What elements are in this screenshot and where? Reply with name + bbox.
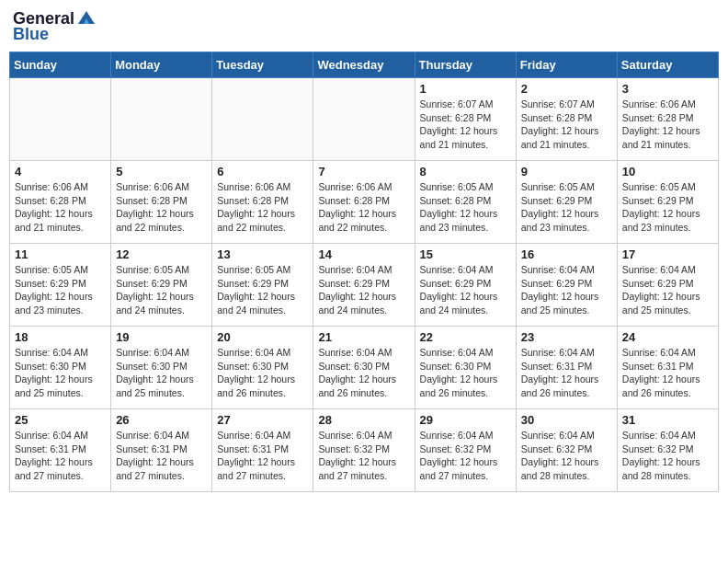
calendar-week-4: 18Sunrise: 6:04 AMSunset: 6:30 PMDayligh… [10,327,719,409]
day-info: Sunrise: 6:04 AMSunset: 6:30 PMDaylight:… [116,346,207,400]
day-number: 18 [15,330,106,344]
calendar-cell: 31Sunrise: 6:04 AMSunset: 6:32 PMDayligh… [617,409,718,492]
day-info: Sunrise: 6:05 AMSunset: 6:29 PMDaylight:… [521,180,612,235]
day-number: 21 [318,330,409,344]
day-info: Sunrise: 6:05 AMSunset: 6:29 PMDaylight:… [15,263,106,317]
calendar-header-row: SundayMondayTuesdayWednesdayThursdayFrid… [10,52,719,78]
day-info: Sunrise: 6:04 AMSunset: 6:30 PMDaylight:… [217,346,308,400]
day-info: Sunrise: 6:07 AMSunset: 6:28 PMDaylight:… [521,98,612,152]
day-info: Sunrise: 6:04 AMSunset: 6:32 PMDaylight:… [318,429,409,483]
day-number: 16 [521,247,612,261]
calendar-cell: 1Sunrise: 6:07 AMSunset: 6:28 PMDaylight… [415,78,516,161]
day-number: 2 [521,82,612,96]
day-info: Sunrise: 6:05 AMSunset: 6:29 PMDaylight:… [116,263,207,317]
day-number: 15 [420,247,511,261]
weekday-header-thursday: Thursday [415,52,516,78]
day-number: 31 [622,413,713,427]
day-info: Sunrise: 6:05 AMSunset: 6:29 PMDaylight:… [622,180,713,235]
calendar-cell: 26Sunrise: 6:04 AMSunset: 6:31 PMDayligh… [111,409,212,492]
calendar-cell: 29Sunrise: 6:04 AMSunset: 6:32 PMDayligh… [415,409,516,492]
logo-icon [76,9,97,28]
day-info: Sunrise: 6:04 AMSunset: 6:31 PMDaylight:… [217,429,308,483]
calendar-week-5: 25Sunrise: 6:04 AMSunset: 6:31 PMDayligh… [10,409,719,492]
calendar-cell: 12Sunrise: 6:05 AMSunset: 6:29 PMDayligh… [111,244,212,327]
day-number: 20 [217,330,308,344]
calendar-cell: 27Sunrise: 6:04 AMSunset: 6:31 PMDayligh… [212,409,313,492]
day-number: 26 [116,413,207,427]
day-number: 10 [622,165,713,178]
day-number: 17 [622,247,713,261]
day-info: Sunrise: 6:07 AMSunset: 6:28 PMDaylight:… [420,98,511,152]
calendar-cell: 6Sunrise: 6:06 AMSunset: 6:28 PMDaylight… [212,161,313,244]
day-info: Sunrise: 6:06 AMSunset: 6:28 PMDaylight:… [318,180,409,235]
calendar-cell [313,78,415,161]
calendar-cell: 14Sunrise: 6:04 AMSunset: 6:29 PMDayligh… [313,244,415,327]
calendar-cell: 25Sunrise: 6:04 AMSunset: 6:31 PMDayligh… [10,409,111,492]
day-info: Sunrise: 6:05 AMSunset: 6:28 PMDaylight:… [420,180,511,235]
day-number: 22 [420,330,511,344]
calendar-table: SundayMondayTuesdayWednesdayThursdayFrid… [9,52,719,492]
calendar-cell: 19Sunrise: 6:04 AMSunset: 6:30 PMDayligh… [111,327,212,409]
calendar-cell: 30Sunrise: 6:04 AMSunset: 6:32 PMDayligh… [516,409,617,492]
day-info: Sunrise: 6:04 AMSunset: 6:31 PMDaylight:… [622,346,713,400]
day-number: 11 [15,247,106,261]
day-number: 8 [420,165,511,178]
calendar-cell: 13Sunrise: 6:05 AMSunset: 6:29 PMDayligh… [212,244,313,327]
calendar-cell [111,78,212,161]
day-info: Sunrise: 6:04 AMSunset: 6:30 PMDaylight:… [15,346,106,400]
calendar-cell: 16Sunrise: 6:04 AMSunset: 6:29 PMDayligh… [516,244,617,327]
day-info: Sunrise: 6:04 AMSunset: 6:30 PMDaylight:… [420,346,511,400]
weekday-header-monday: Monday [111,52,212,78]
day-number: 6 [217,165,308,178]
day-number: 13 [217,247,308,261]
day-info: Sunrise: 6:06 AMSunset: 6:28 PMDaylight:… [15,180,106,235]
day-info: Sunrise: 6:04 AMSunset: 6:30 PMDaylight:… [318,346,409,400]
day-info: Sunrise: 6:04 AMSunset: 6:29 PMDaylight:… [318,263,409,317]
day-info: Sunrise: 6:04 AMSunset: 6:29 PMDaylight:… [622,263,713,317]
day-number: 9 [521,165,612,178]
calendar-week-1: 1Sunrise: 6:07 AMSunset: 6:28 PMDaylight… [10,78,719,161]
calendar-cell: 7Sunrise: 6:06 AMSunset: 6:28 PMDaylight… [313,161,415,244]
calendar-cell: 9Sunrise: 6:05 AMSunset: 6:29 PMDaylight… [516,161,617,244]
calendar-cell: 23Sunrise: 6:04 AMSunset: 6:31 PMDayligh… [516,327,617,409]
calendar-cell: 5Sunrise: 6:06 AMSunset: 6:28 PMDaylight… [111,161,212,244]
calendar-cell: 8Sunrise: 6:05 AMSunset: 6:28 PMDaylight… [415,161,516,244]
calendar-cell: 24Sunrise: 6:04 AMSunset: 6:31 PMDayligh… [617,327,718,409]
day-number: 30 [521,413,612,427]
day-info: Sunrise: 6:04 AMSunset: 6:32 PMDaylight:… [420,429,511,483]
day-info: Sunrise: 6:06 AMSunset: 6:28 PMDaylight:… [622,98,713,152]
calendar-cell: 28Sunrise: 6:04 AMSunset: 6:32 PMDayligh… [313,409,415,492]
calendar-cell: 10Sunrise: 6:05 AMSunset: 6:29 PMDayligh… [617,161,718,244]
day-number: 12 [116,247,207,261]
day-number: 7 [318,165,409,178]
weekday-header-friday: Friday [516,52,617,78]
day-info: Sunrise: 6:04 AMSunset: 6:29 PMDaylight:… [521,263,612,317]
day-info: Sunrise: 6:05 AMSunset: 6:29 PMDaylight:… [217,263,308,317]
day-info: Sunrise: 6:04 AMSunset: 6:31 PMDaylight:… [116,429,207,483]
calendar-cell: 17Sunrise: 6:04 AMSunset: 6:29 PMDayligh… [617,244,718,327]
day-number: 27 [217,413,308,427]
calendar-cell: 4Sunrise: 6:06 AMSunset: 6:28 PMDaylight… [10,161,111,244]
calendar-cell: 22Sunrise: 6:04 AMSunset: 6:30 PMDayligh… [415,327,516,409]
calendar-week-2: 4Sunrise: 6:06 AMSunset: 6:28 PMDaylight… [10,161,719,244]
day-number: 4 [15,165,106,178]
calendar-cell: 2Sunrise: 6:07 AMSunset: 6:28 PMDaylight… [516,78,617,161]
day-info: Sunrise: 6:04 AMSunset: 6:31 PMDaylight:… [521,346,612,400]
page-header: General Blue [9,9,719,44]
day-number: 14 [318,247,409,261]
calendar-cell: 3Sunrise: 6:06 AMSunset: 6:28 PMDaylight… [617,78,718,161]
day-number: 25 [15,413,106,427]
weekday-header-tuesday: Tuesday [212,52,313,78]
calendar-cell: 18Sunrise: 6:04 AMSunset: 6:30 PMDayligh… [10,327,111,409]
day-number: 29 [420,413,511,427]
day-number: 23 [521,330,612,344]
calendar-week-3: 11Sunrise: 6:05 AMSunset: 6:29 PMDayligh… [10,244,719,327]
weekday-header-wednesday: Wednesday [313,52,415,78]
day-number: 24 [622,330,713,344]
calendar-cell: 20Sunrise: 6:04 AMSunset: 6:30 PMDayligh… [212,327,313,409]
calendar-cell: 11Sunrise: 6:05 AMSunset: 6:29 PMDayligh… [10,244,111,327]
day-info: Sunrise: 6:06 AMSunset: 6:28 PMDaylight:… [217,180,308,235]
calendar-cell [10,78,111,161]
day-number: 28 [318,413,409,427]
day-info: Sunrise: 6:06 AMSunset: 6:28 PMDaylight:… [116,180,207,235]
